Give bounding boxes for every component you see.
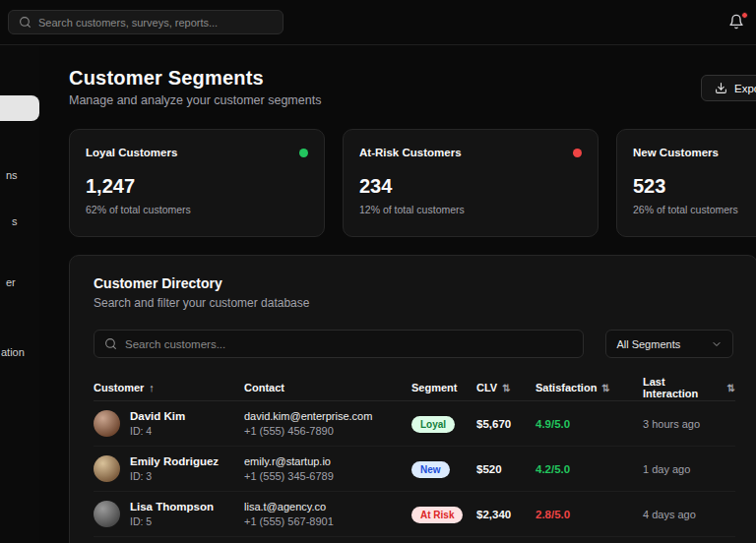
- table-row[interactable]: Emily Rodriguez ID: 3 emily.r@startup.io…: [94, 447, 735, 492]
- sidebar-item[interactable]: ns: [6, 169, 18, 181]
- customer-phone: +1 (555) 456-7890: [244, 425, 411, 437]
- satisfaction-value: 4.2/5.0: [536, 463, 643, 475]
- stat-card-at-risk: At-Risk Customers 234 12% of total custo…: [343, 129, 598, 237]
- stat-caption: 62% of total customers: [86, 204, 308, 215]
- column-header-segment: Segment: [411, 382, 476, 393]
- table-row[interactable]: Lisa Thompson ID: 5 lisa.t@agency.co +1 …: [94, 492, 735, 537]
- sort-updown-icon: ⇅: [601, 383, 609, 393]
- customer-name: David Kim: [130, 410, 185, 422]
- avatar: [94, 455, 120, 482]
- sort-updown-icon: ⇅: [502, 383, 510, 393]
- customer-id: ID: 4: [130, 425, 185, 437]
- stat-title: New Customers: [633, 147, 719, 158]
- table-row[interactable]: [94, 537, 735, 543]
- directory-title: Customer Directory: [94, 275, 733, 291]
- sort-asc-icon: ↑: [149, 382, 155, 393]
- export-button[interactable]: Export: [701, 75, 756, 101]
- sort-updown-icon: ⇅: [727, 383, 735, 393]
- clv-value: $2,340: [476, 509, 536, 520]
- customer-id: ID: 3: [130, 470, 219, 482]
- main-content: Customer Segments Manage and analyze you…: [39, 45, 756, 543]
- page-subtitle: Manage and analyze your customer segment…: [69, 93, 756, 107]
- customer-table: Customer ↑ Contact Segment CLV ⇅ Satisfa: [94, 375, 735, 543]
- customer-search[interactable]: [94, 330, 584, 358]
- global-search[interactable]: [8, 10, 284, 34]
- chevron-down-icon: [711, 338, 723, 350]
- notification-badge-dot: [741, 12, 748, 19]
- customer-search-input[interactable]: [125, 338, 573, 350]
- search-icon: [104, 337, 117, 350]
- customer-phone: +1 (555) 567-8901: [244, 515, 411, 527]
- column-header-contact: Contact: [244, 382, 411, 393]
- last-interaction-value: 3 hours ago: [643, 418, 735, 430]
- clv-value: $520: [476, 463, 536, 475]
- segment-filter-select[interactable]: All Segments: [605, 330, 733, 358]
- sidebar-item[interactable]: ation: [1, 346, 25, 358]
- customer-id: ID: 5: [130, 515, 214, 527]
- directory-subtitle: Search and filter your customer database: [94, 296, 733, 310]
- search-icon: [19, 16, 32, 29]
- customer-email: david.kim@enterprise.com: [244, 410, 411, 422]
- customer-email: lisa.t@agency.co: [244, 501, 411, 513]
- segment-badge: New: [411, 461, 450, 478]
- clv-value: $5,670: [476, 418, 536, 430]
- status-dot: [573, 149, 582, 157]
- customer-name: Emily Rodriguez: [130, 455, 219, 467]
- customer-name: Lisa Thompson: [130, 501, 214, 513]
- sidebar-active-item[interactable]: [0, 95, 39, 121]
- stat-cards-row: Loyal Customers 1,247 62% of total custo…: [69, 129, 756, 237]
- column-header-customer[interactable]: Customer ↑: [94, 382, 244, 393]
- customer-email: emily.r@startup.io: [244, 455, 411, 467]
- stat-card-new: New Customers 523 26% of total customers: [616, 129, 756, 237]
- last-interaction-value: 1 day ago: [643, 463, 735, 475]
- segment-badge: At Risk: [411, 507, 463, 523]
- stat-card-loyal: Loyal Customers 1,247 62% of total custo…: [69, 129, 325, 237]
- customer-phone: +1 (555) 345-6789: [244, 470, 411, 482]
- stat-caption: 26% of total customers: [633, 204, 756, 215]
- column-header-last-interaction[interactable]: Last Interaction ⇅: [643, 376, 735, 399]
- customer-directory-card: Customer Directory Search and filter you…: [69, 255, 756, 543]
- column-header-clv[interactable]: CLV ⇅: [476, 382, 536, 393]
- sidebar: ns s er ation: [0, 45, 39, 543]
- page-title: Customer Segments: [69, 67, 756, 90]
- segment-filter-value: All Segments: [616, 338, 680, 350]
- global-search-input[interactable]: [38, 17, 273, 29]
- column-header-satisfaction[interactable]: Satisfaction ⇅: [536, 382, 643, 393]
- stat-value: 1,247: [86, 175, 308, 198]
- satisfaction-value: 2.8/5.0: [536, 509, 643, 520]
- stat-title: At-Risk Customers: [359, 147, 462, 158]
- stat-title: Loyal Customers: [86, 147, 177, 158]
- sidebar-item[interactable]: s: [12, 215, 18, 227]
- table-header-row: Customer ↑ Contact Segment CLV ⇅ Satisfa: [94, 375, 735, 401]
- stat-value: 234: [359, 175, 582, 198]
- table-row[interactable]: David Kim ID: 4 david.kim@enterprise.com…: [94, 401, 735, 447]
- status-dot: [299, 149, 308, 157]
- sidebar-item[interactable]: er: [6, 276, 16, 288]
- download-icon: [715, 82, 727, 94]
- segment-badge: Loyal: [411, 416, 455, 433]
- topbar: [0, 0, 756, 45]
- last-interaction-value: 4 days ago: [643, 509, 735, 520]
- satisfaction-value: 4.9/5.0: [536, 418, 643, 430]
- export-button-label: Export: [734, 83, 756, 94]
- avatar: [94, 410, 120, 437]
- notifications-button[interactable]: [728, 14, 746, 31]
- avatar: [94, 501, 120, 527]
- stat-caption: 12% of total customers: [359, 204, 582, 215]
- stat-value: 523: [633, 175, 756, 198]
